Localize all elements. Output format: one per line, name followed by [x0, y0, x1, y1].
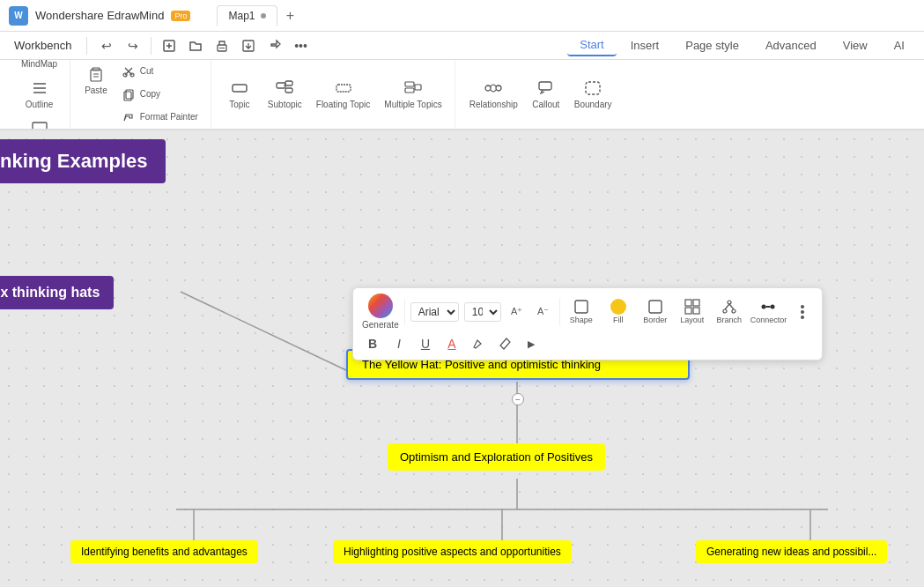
menu-divider-2 [151, 37, 152, 55]
title-bar-left: W Wondershare EdrawMind Pro [9, 6, 190, 26]
collapse-button[interactable]: − [512, 393, 524, 405]
shape-button[interactable]: Shape [565, 299, 597, 324]
tab-ai[interactable]: AI [882, 35, 917, 56]
highlight-button[interactable] [468, 333, 489, 354]
workbench-label: Workbench [14, 39, 72, 52]
bottom-node-2[interactable]: Highlighting positive aspects and opport… [333, 540, 572, 563]
copy-button[interactable]: Copy [116, 84, 203, 105]
undo-button[interactable]: ↩ [94, 33, 119, 58]
floating-topic-button[interactable]: Floating Topic [311, 75, 376, 114]
paste-label: Paste [85, 85, 107, 96]
italic-button[interactable]: I [388, 333, 410, 354]
redo-button[interactable]: ↪ [121, 33, 145, 58]
layout-label: Layout [680, 316, 704, 324]
font-family-select[interactable]: Arial [410, 302, 459, 322]
export-button[interactable] [236, 33, 261, 58]
optimism-node[interactable]: Optimism and Exploration of Positives [388, 443, 605, 471]
svg-rect-47 [649, 301, 662, 313]
callout-button[interactable]: Callout [527, 75, 565, 114]
fill-button[interactable]: Fill [602, 299, 634, 324]
svg-point-53 [723, 309, 727, 313]
font-size-increase[interactable]: A⁺ [506, 301, 528, 323]
generate-button[interactable]: Generate [362, 294, 399, 330]
bottom-node-3-text: Generating new ideas and possibil... [706, 546, 876, 558]
border-label: Border [643, 316, 667, 324]
workbench-button[interactable]: Workbench [7, 35, 79, 56]
font-color-button[interactable]: A [441, 333, 462, 354]
more-icon [801, 305, 804, 319]
menu-divider-1 [86, 37, 87, 55]
svg-rect-4 [219, 48, 225, 48]
open-button[interactable] [183, 33, 208, 58]
bold-button[interactable]: B [362, 333, 383, 354]
ft-divider-1 [404, 299, 405, 325]
connector-label: Connector [750, 316, 787, 324]
tab-map1[interactable]: Map1 [217, 5, 277, 26]
tab-map1-label: Map1 [228, 10, 255, 22]
topic-label: Topic [229, 100, 249, 110]
tab-insert[interactable]: Insert [618, 35, 672, 56]
boundary-label: Boundary [574, 100, 612, 110]
topic-button[interactable]: Topic [220, 75, 259, 114]
cut-button[interactable]: Cut [116, 61, 203, 82]
toolbar-connect-section: Relationship Callout Boundary [457, 60, 625, 129]
floating-toolbar: Generate Arial 10 A⁺ A⁻ Shape Fill Bo [352, 287, 823, 360]
svg-rect-50 [685, 308, 691, 314]
underline-button[interactable]: U [415, 333, 436, 354]
share-button[interactable] [262, 33, 287, 58]
border-button[interactable]: Border [639, 299, 671, 324]
eraser-button[interactable] [494, 333, 515, 354]
format-painter-button[interactable]: Format Painter [116, 107, 203, 128]
svg-rect-49 [693, 300, 699, 306]
mindmap-button[interactable]: MindMap [16, 60, 63, 73]
relationship-label: Relationship [469, 100, 518, 110]
svg-rect-51 [693, 308, 699, 314]
title-node: nking Examples [0, 139, 166, 183]
tab-start[interactable]: Start [567, 34, 616, 56]
ft-divider-2 [559, 299, 560, 325]
svg-rect-27 [285, 81, 292, 85]
paste-button[interactable]: Paste [79, 61, 113, 100]
branch-button[interactable]: Branch [713, 299, 745, 324]
layout-button[interactable]: Layout [676, 299, 708, 324]
tab-advanced[interactable]: Advanced [753, 35, 829, 56]
pro-badge: Pro [171, 11, 190, 21]
svg-rect-46 [575, 301, 588, 313]
svg-point-21 [123, 73, 127, 77]
app-name: Wondershare EdrawMind [35, 9, 164, 22]
app-logo: W [9, 6, 28, 26]
more-options-button[interactable] [792, 301, 813, 323]
menu-actions: ↩ ↪ ••• [94, 33, 314, 58]
bottom-node-1[interactable]: Identifying benefits and advantages [70, 540, 258, 563]
add-tab-button[interactable]: + [281, 6, 300, 26]
ft-row2: B I U A ▶ [362, 333, 813, 354]
print-button[interactable] [210, 33, 234, 58]
relationship-button[interactable]: Relationship [464, 75, 523, 114]
outline-button[interactable]: Outline [20, 75, 59, 114]
multiple-topics-button[interactable]: Multiple Topics [379, 75, 447, 114]
tab-dot [261, 13, 266, 19]
svg-rect-37 [586, 82, 600, 94]
bottom-node-2-text: Highlighting positive aspects and opport… [344, 546, 561, 558]
more-text-button[interactable]: ▶ [521, 333, 542, 354]
tab-view[interactable]: View [831, 35, 880, 56]
boundary-button[interactable]: Boundary [569, 75, 617, 114]
generate-label: Generate [362, 320, 399, 330]
subtopic-button[interactable]: Subtopic [262, 75, 307, 114]
more-button[interactable]: ••• [289, 33, 314, 58]
font-size-select[interactable]: 10 [464, 302, 501, 322]
branch-label: Branch [716, 316, 742, 324]
svg-rect-14 [33, 123, 47, 130]
font-size-decrease[interactable]: A⁻ [533, 301, 554, 323]
connector-button[interactable]: Connector [750, 299, 787, 324]
outline-label: Outline [26, 100, 54, 110]
tab-page-style[interactable]: Page style [673, 35, 751, 56]
ppt-button[interactable]: PPT [20, 115, 59, 130]
format-painter-label: Format Painter [140, 112, 198, 123]
svg-rect-32 [405, 88, 414, 93]
optimism-text: Optimism and Exploration of Positives [400, 450, 593, 464]
svg-rect-48 [685, 300, 691, 306]
bottom-node-3[interactable]: Generating new ideas and possibil... [696, 540, 887, 563]
new-button[interactable] [157, 33, 181, 58]
toolbar-topic-section: Topic Subtopic Floating Topic Multiple T… [213, 60, 455, 129]
